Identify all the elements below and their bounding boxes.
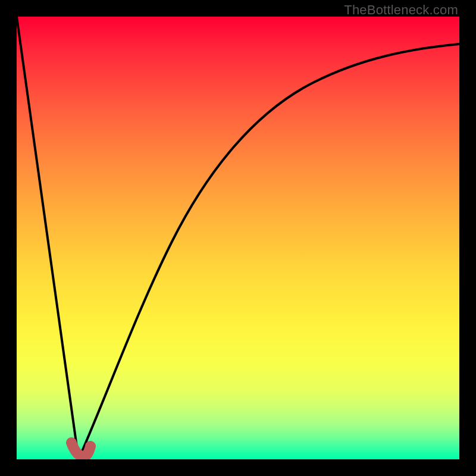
chart-frame: TheBottleneck.com bbox=[0, 0, 476, 476]
falling-line bbox=[17, 17, 79, 459]
curves-svg bbox=[17, 17, 459, 459]
watermark-text: TheBottleneck.com bbox=[344, 2, 458, 18]
plot-area bbox=[17, 17, 459, 459]
rising-curve bbox=[79, 44, 459, 459]
marker-stroke bbox=[71, 443, 90, 456]
